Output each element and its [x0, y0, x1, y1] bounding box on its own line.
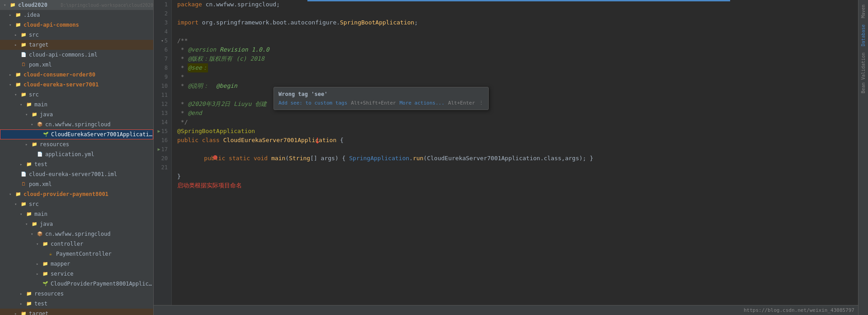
tree-item-cloud2020[interactable]: 📁 cloud2020 D:\springcloud-workspace\clo… [0, 0, 153, 10]
tree-label: pom.xml [29, 62, 153, 68]
tree-item-cloud-eureka-app[interactable]: 🌱 CloudEurekaServer7001Application [0, 129, 153, 139]
expand-arrow [25, 142, 31, 147]
tree-item-service[interactable]: 📁 service [0, 269, 153, 279]
code-line-21: 启动类根据实际项目命名 [177, 181, 858, 190]
tree-label: src [29, 91, 153, 98]
code-line-2 [177, 9, 858, 18]
tree-item-src1[interactable]: 📁 src [0, 30, 153, 40]
tree-label: cloud-eureka-server7001.iml [29, 171, 153, 177]
tree-label: cloud2020 [18, 2, 59, 8]
class-name: CloudEurekaServer7001Application [223, 136, 340, 145]
tree-item-appyml[interactable]: 📄 application.yml [0, 149, 153, 159]
comment-text: * [177, 81, 188, 91]
keyword-import: import [177, 18, 202, 27]
status-url[interactable]: https://blog.csdn.net/weixin_43085797 [744, 307, 854, 313]
tree-label: java [40, 221, 153, 227]
folder-icon: 📁 [14, 81, 22, 88]
tree-label: application.yml [45, 151, 153, 158]
tree-item-cloud-api-iml[interactable]: 📄 cloud-api-commons.iml [0, 50, 153, 60]
tree-item-java1[interactable]: 📁 java [0, 110, 153, 119]
tree-item-mapper[interactable]: 📁 mapper [0, 259, 153, 269]
tooltip-action1[interactable]: Add see: to custom tags [278, 100, 347, 106]
tree-item-target2[interactable]: 📁 target [0, 309, 153, 315]
tree-item-main1[interactable]: 📁 main [0, 100, 153, 110]
tooltip-shortcut1: Alt+Shift+Enter [351, 100, 396, 106]
pkg-name: cn.wwfww.springcloud; [206, 0, 280, 9]
tree-item-cloud-provider[interactable]: 📁 cloud-provider-payment8001 [0, 189, 153, 199]
args: (CloudEurekaServer7001Application.class,… [424, 154, 594, 163]
comment-tag-version: @version [188, 45, 216, 54]
code-line-20: } [177, 172, 858, 181]
folder-icon: 📁 [20, 41, 27, 48]
tooltip-more-btn[interactable]: ⋮ [479, 100, 484, 106]
run-gutter-icon2[interactable]: ▶ [158, 145, 160, 154]
status-bar: https://blog.csdn.net/weixin_43085797 [154, 305, 858, 315]
tree-item-pom1[interactable]: 🗒 pom.xml [0, 60, 153, 70]
comment-text: * [177, 45, 188, 54]
iml-icon: 📄 [20, 51, 27, 58]
tab-database[interactable]: Database [859, 22, 867, 49]
tree-item-idea[interactable]: 📁 .idea [0, 10, 153, 20]
tree-item-test2[interactable]: 📁 test [0, 299, 153, 309]
spring-icon: 🌱 [42, 280, 49, 287]
tab-maven[interactable]: Maven [859, 2, 867, 21]
expand-arrow [14, 33, 20, 37]
method-run: run [413, 154, 423, 163]
code-line-13: * @end [177, 109, 858, 118]
arr: [] args) { [310, 154, 349, 163]
tree-item-payment-controller[interactable]: ☕ PaymentController [0, 249, 153, 259]
folder-icon: 📁 [20, 310, 27, 315]
fold-indicator[interactable]: ▾ [161, 36, 163, 45]
expand-arrow [14, 202, 20, 206]
tree-item-cn2[interactable]: 📦 cn.wwfww.springcloud [0, 229, 153, 239]
tree-label: cloud-consumer-order80 [24, 72, 153, 78]
folder-icon: 📁 [9, 1, 16, 9]
tooltip-shortcut2: Alt+Enter [448, 100, 475, 106]
folder-icon: 📁 [25, 300, 33, 307]
tree-item-cloud-consumer[interactable]: 📁 cloud-consumer-order80 [0, 70, 153, 80]
tree-item-pom2[interactable]: 🗒 pom.xml [0, 179, 153, 189]
tree-item-test1[interactable]: 📁 test [0, 159, 153, 169]
keyword-public: public [177, 136, 202, 145]
keyword-public2: public [190, 154, 229, 163]
tree-item-main2[interactable]: 📁 main [0, 209, 153, 219]
dot: . [409, 154, 413, 163]
expand-arrow [20, 291, 25, 296]
code-line-1: package cn.wwfww.springcloud; [177, 0, 858, 9]
code-content[interactable]: package cn.wwfww.springcloud; import org… [172, 0, 858, 305]
tab-bean-validation[interactable]: Bean Validation [859, 50, 867, 96]
folder-icon: 📁 [20, 200, 27, 208]
expand-arrow [9, 23, 14, 27]
tree-label: cloud-api-commons [24, 22, 153, 28]
line-numbers: 1 2 3 4 ▾5 6 7 8 9 10 11 12 13 14 ▶15 16… [154, 0, 172, 305]
run-gutter-icon[interactable]: ▶ [158, 127, 160, 136]
tree-item-src2[interactable]: 📁 src [0, 90, 153, 100]
folder-icon: 📁 [42, 240, 49, 248]
expand-arrow [36, 262, 42, 266]
tree-item-controller[interactable]: 📁 controller [0, 239, 153, 249]
tree-item-src3[interactable]: 📁 src [0, 199, 153, 209]
tree-item-cloud-api-commons[interactable]: 📁 cloud-api-commons [0, 20, 153, 30]
tooltip-action2[interactable]: More actions... [400, 100, 444, 106]
tree-item-resources1[interactable]: 📁 resources [0, 139, 153, 149]
tree-item-eureka-iml[interactable]: 📄 cloud-eureka-server7001.iml [0, 169, 153, 179]
tree-label: .idea [24, 12, 153, 18]
chinese-comment: 启动类根据实际项目命名 [177, 181, 242, 190]
tree-item-java2[interactable]: 📁 java [0, 219, 153, 229]
expand-arrow [9, 72, 14, 77]
tree-item-cn1[interactable]: 📦 cn.wwfww.springcloud [0, 119, 153, 129]
code-line-8: * @see： [177, 63, 858, 72]
comment-val-version: Revision 1.0.0 [216, 45, 269, 54]
tree-item-resources2[interactable]: 📁 resources [0, 289, 153, 299]
tree-item-cloud-provider-app[interactable]: 🌱 CloudProviderPayment8001Application [0, 279, 153, 289]
brace-close: } [177, 172, 181, 181]
folder-icon: 📁 [20, 91, 27, 98]
code-line-4 [177, 27, 858, 36]
tree-item-cloud-eureka[interactable]: 📁 cloud-eureka-server7001 [0, 80, 153, 90]
folder-icon: 📁 [14, 11, 22, 19]
tree-label: cn.wwfww.springcloud [45, 231, 153, 237]
tree-label: pom.xml [29, 181, 153, 187]
code-line-7: * @版权：版权所有 (c) 2018 [177, 54, 858, 63]
tree-item-target1[interactable]: 📁 target [0, 40, 153, 50]
comment-author: Liuyu 创建 [230, 100, 267, 109]
